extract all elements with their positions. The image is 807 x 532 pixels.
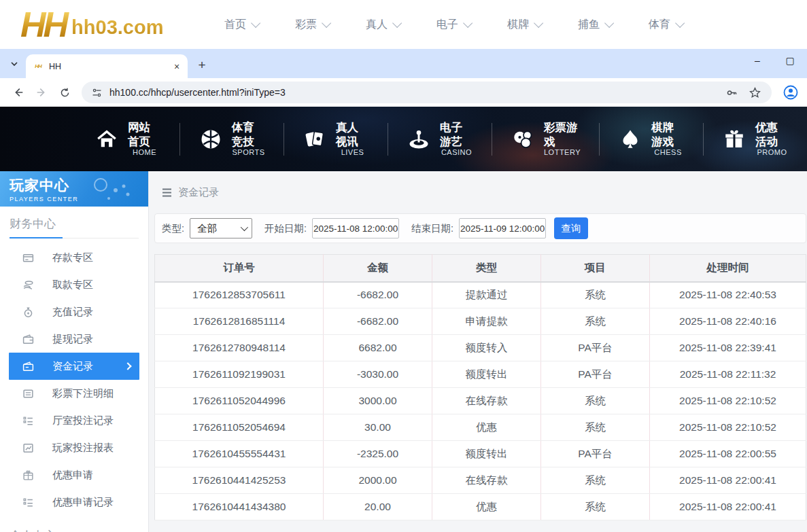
forward-button[interactable]	[32, 83, 51, 102]
tab-close-icon[interactable]: ×	[171, 61, 182, 72]
address-bar[interactable]: hh100.cc/hhcp/usercenter.html?iniType=3	[82, 82, 772, 103]
sidebar-item-player-bet-report[interactable]: 玩家投注报表	[0, 434, 148, 461]
reload-button[interactable]	[55, 83, 74, 102]
process-time: 2025-11-08 22:10:52	[650, 414, 806, 441]
home-icon	[95, 127, 119, 152]
query-button[interactable]: 查询	[554, 217, 588, 239]
gamenav-home-title: 网站首页	[128, 120, 161, 148]
chevron-down-icon	[604, 18, 614, 28]
col-header-order-no: 订单号	[155, 255, 324, 282]
hamburger-menu-icon[interactable]	[162, 188, 172, 197]
sidebar-item-withdrawal-records[interactable]: 提现记录	[0, 325, 148, 353]
start-date-label: 开始日期:	[264, 222, 307, 235]
order-no: 1762612816851114	[155, 308, 324, 335]
order-no: 1762610441434380	[155, 494, 324, 520]
topnav-fishing[interactable]: 捕鱼	[559, 18, 630, 32]
topnav-home[interactable]: 首页	[205, 18, 276, 32]
table-row: 1762611092199031 -3030.00 额度转出 PA平台 2025…	[155, 361, 806, 388]
chevron-down-icon	[392, 18, 402, 28]
type: 额度转出	[432, 361, 541, 388]
gamenav-promo[interactable]: 优惠活动 PROMO	[703, 123, 807, 156]
bullet-list-icon	[22, 497, 34, 508]
site-info-icon[interactable]	[91, 87, 103, 99]
breadcrumb: 资金记录	[154, 171, 806, 213]
browser-profile-avatar[interactable]	[781, 83, 800, 102]
topnav-slots-label: 电子	[436, 18, 458, 32]
sidebar-item-deposit[interactable]: 存款专区	[0, 244, 148, 271]
browser-toolbar: hh100.cc/hhcp/usercenter.html?iniType=3	[0, 78, 807, 107]
gamenav-lottery-title: 彩票游戏	[544, 120, 581, 148]
gamenav-lottery[interactable]: 彩票游戏 LOTTERY	[492, 123, 599, 156]
topnav-lottery[interactable]: 彩票	[276, 18, 347, 32]
gamenav-casino-sub: CASINO	[441, 148, 472, 158]
start-date-input[interactable]	[312, 218, 399, 238]
type: 优惠	[432, 414, 541, 441]
funds-records-table: 订单号 金额 类型 项目 处理时间 1762612853705611 -6682…	[154, 254, 806, 520]
back-arrow-icon	[12, 86, 24, 99]
sidebar-menu: 存款专区 取款专区 充值记录 提现记录 资金记录	[0, 244, 148, 516]
topnav-sports[interactable]: 体育	[630, 18, 700, 32]
gamenav-sports[interactable]: 体育竞技 SPORTS	[179, 123, 284, 156]
sidebar-item-funds-records[interactable]: 资金记录	[9, 353, 139, 380]
type: 额度转入	[432, 335, 541, 361]
order-no: 1762612853705611	[155, 282, 324, 308]
table-row: 1762612816851114 -6682.00 申请提款 系统 2025-1…	[155, 308, 806, 335]
sidebar-item-promo-apply-records[interactable]: 优惠申请记录	[0, 489, 148, 516]
gamenav-lives[interactable]: 真人视讯 LIVES	[284, 123, 388, 156]
game-nav: 网站首页 HOME 体育竞技 SPORTS 真人视讯 LIVES 电子游艺 CA…	[0, 107, 807, 171]
col-header-project: 项目	[541, 255, 650, 282]
gamenav-lives-title: 真人视讯	[336, 120, 369, 148]
process-time: 2025-11-08 22:40:16	[650, 308, 806, 335]
finance-center-section-title: 财务中心	[10, 216, 139, 238]
process-time: 2025-11-08 22:10:52	[650, 388, 806, 414]
gamenav-home[interactable]: 网站首页 HOME	[76, 123, 179, 156]
type-select[interactable]: 全部	[190, 218, 252, 238]
table-row: 1762612853705611 -6682.00 提款通过 系统 2025-1…	[155, 282, 806, 308]
window-maximize-button[interactable]: ▢	[783, 53, 797, 68]
browser-tab[interactable]: HH HH ×	[26, 54, 188, 78]
topnav-slots[interactable]: 电子	[417, 18, 488, 32]
amount: -2325.00	[324, 441, 432, 467]
type: 提款通过	[432, 282, 541, 308]
gamenav-chess[interactable]: 棋牌游戏 CHESS	[599, 123, 703, 156]
table-row: 1762611052054694 30.00 优惠 系统 2025-11-08 …	[155, 414, 806, 441]
table-header-row: 订单号 金额 类型 项目 处理时间	[155, 255, 806, 282]
url-text[interactable]: hh100.cc/hhcp/usercenter.html?iniType=3	[109, 87, 716, 98]
end-date-input[interactable]	[459, 218, 546, 238]
back-button[interactable]	[9, 83, 28, 102]
gamenav-chess-title: 棋牌游戏	[651, 120, 685, 148]
site-header: HH hh03.com 首页 彩票 真人 电子 棋牌 捕鱼 体育	[0, 0, 807, 49]
sidebar-item-label: 优惠申请	[52, 469, 93, 482]
sidebar-item-promo-apply[interactable]: 优惠申请	[0, 461, 148, 489]
sidebar-item-label: 玩家投注报表	[52, 442, 114, 455]
sidebar-item-lottery-bet-details[interactable]: 彩票下注明细	[0, 380, 148, 407]
project: 系统	[541, 467, 650, 494]
project: 系统	[541, 308, 650, 335]
topnav-lottery-label: 彩票	[295, 18, 317, 32]
site-logo[interactable]: HH hh03.com	[20, 9, 163, 41]
sidebar-item-withdraw[interactable]: 取款专区	[0, 271, 148, 298]
order-no: 1762611052044996	[155, 388, 324, 414]
sidebar-item-label: 提现记录	[52, 333, 93, 346]
project: 系统	[541, 388, 650, 414]
project: PA平台	[541, 335, 650, 361]
tab-search-button[interactable]	[5, 55, 23, 73]
topnav-live[interactable]: 真人	[347, 18, 417, 32]
page: HH hh03.com 首页 彩票 真人 电子 棋牌 捕鱼 体育 HH HH ×…	[0, 0, 807, 532]
sidebar-item-recharge-records[interactable]: 充值记录	[0, 298, 148, 325]
amount: 2000.00	[324, 467, 432, 494]
sidebar-item-hall-bet-records[interactable]: 厅室投注记录	[0, 407, 148, 434]
gamenav-casino[interactable]: 电子游艺 CASINO	[388, 123, 492, 156]
new-tab-button[interactable]: +	[193, 56, 211, 74]
sports-ball-icon	[199, 127, 223, 152]
bookmark-star-icon[interactable]	[747, 85, 762, 100]
topnav-chess[interactable]: 棋牌	[488, 18, 559, 32]
col-header-process-time: 处理时间	[650, 255, 806, 282]
window-minimize-button[interactable]: –	[750, 53, 765, 68]
end-date-label: 结束日期:	[411, 222, 453, 235]
breadcrumb-label: 资金记录	[178, 186, 219, 199]
type: 申请提款	[432, 308, 541, 335]
password-key-icon[interactable]	[724, 85, 739, 100]
amount: 3000.00	[324, 388, 432, 414]
project: 系统	[541, 282, 650, 308]
